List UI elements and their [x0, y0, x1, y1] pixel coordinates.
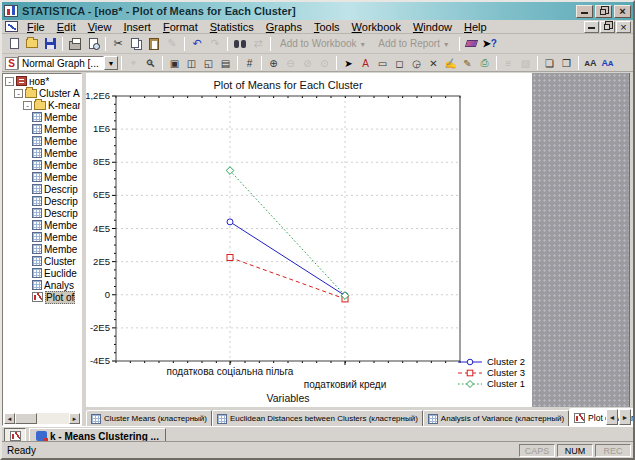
zoom-icon[interactable]: 🔍︎ [142, 56, 159, 71]
freehand-tool-icon[interactable]: ✍ [442, 56, 459, 71]
font-larger-icon[interactable]: Aᴀ [599, 56, 616, 71]
font-smaller-icon[interactable]: ᴀA [582, 56, 599, 71]
new-icon[interactable] [5, 35, 23, 52]
graph-layout-icon[interactable]: ◫ [183, 56, 200, 71]
graph-style-icon[interactable]: S [5, 57, 18, 70]
oval-tool-icon[interactable]: ◻ [391, 56, 408, 71]
menu-edit[interactable]: Edit [51, 20, 82, 34]
menu-statistics[interactable]: Statistics [204, 20, 260, 34]
expand-collapse-icon[interactable]: - [14, 89, 23, 98]
arc-tool-icon[interactable]: ◶ [408, 56, 425, 71]
save-icon[interactable] [41, 35, 59, 52]
graph-options-icon[interactable]: ▣ [166, 56, 183, 71]
tree-item-cluster-analy-1[interactable]: -Cluster Analy [4, 87, 80, 99]
tab-scroll-right-icon[interactable]: ► [619, 409, 631, 425]
paste-icon[interactable] [145, 35, 163, 52]
sheet-icon [32, 208, 42, 218]
legend-marker-icon [457, 357, 483, 367]
send-back-icon[interactable]: ❐ [558, 56, 575, 71]
chart-legend: Cluster 2 Cluster 3 Cluster 1 [457, 356, 525, 389]
rec-indicator: REC [595, 444, 631, 457]
tree-item-membe-13[interactable]: Membe [4, 231, 80, 243]
tab-analysis-of-variance-кластерный[interactable]: Analysis of Variance (кластерный) [423, 410, 569, 427]
tree-item-analys-17[interactable]: Analys [4, 279, 80, 291]
graph-icon [574, 413, 585, 423]
bring-front-icon[interactable]: ❏ [541, 56, 558, 71]
pointer-tool-icon[interactable]: ➤ [340, 56, 357, 71]
zoom-out-icon: ⊖ [282, 56, 299, 71]
find-icon[interactable] [231, 35, 249, 52]
scroll-track[interactable] [15, 413, 69, 424]
graph-type-select[interactable]: Normal Graph [... [18, 56, 104, 70]
menu-help[interactable]: Help [458, 20, 493, 34]
menu-graphs[interactable]: Graphs [260, 20, 308, 34]
menu-workbook[interactable]: Workbook [346, 20, 407, 34]
tree-item-descrip-11[interactable]: Descrip [4, 207, 80, 219]
document-icon[interactable] [5, 21, 18, 32]
menu-window[interactable]: Window [407, 20, 458, 34]
open-icon[interactable] [23, 35, 41, 52]
tree-item-label: Cluster Analy [39, 88, 80, 99]
tree-item-descrip-10[interactable]: Descrip [4, 195, 80, 207]
tree-item-label: Plot of [45, 291, 75, 304]
text-tool-icon[interactable]: A [357, 56, 374, 71]
copy-icon[interactable] [127, 35, 145, 52]
graph-toolbar: S Normal Graph [... ▼ ⌖ 🔍︎ ▣ ◫ ◱ ▤ # ⊕ ⊖… [2, 55, 633, 72]
tree-item-label: Membe [44, 172, 77, 183]
gridlines-icon[interactable]: # [241, 56, 258, 71]
sheet-icon [32, 232, 42, 242]
menu-tools[interactable]: Tools [308, 20, 346, 34]
tree-item-cluster-15[interactable]: Cluster [4, 255, 80, 267]
minimize-button[interactable] [576, 5, 593, 18]
tree-item-membe-12[interactable]: Membe [4, 219, 80, 231]
graph-type-dropdown-icon[interactable]: ▼ [104, 56, 118, 70]
undo-icon[interactable]: ↶ [188, 35, 206, 52]
scroll-right-icon[interactable]: ► [69, 413, 80, 424]
tree-item-membe-7[interactable]: Membe [4, 159, 80, 171]
menu-insert[interactable]: Insert [117, 20, 157, 34]
tree-horizontal-scrollbar[interactable]: ◄ ► [4, 413, 80, 424]
sheet-icon [32, 244, 42, 254]
rect-tool-icon[interactable]: ▭ [374, 56, 391, 71]
tab-cluster-means-кластерный[interactable]: Cluster Means (кластерный) [86, 410, 212, 427]
print-preview-icon[interactable] [84, 35, 102, 52]
expand-collapse-icon[interactable]: - [5, 77, 14, 86]
tree-item-membe-6[interactable]: Membe [4, 147, 80, 159]
scroll-left-icon[interactable]: ◄ [4, 413, 15, 424]
graph-data-icon[interactable]: ▤ [217, 56, 234, 71]
tree-item-membe-3[interactable]: Membe [4, 111, 80, 123]
mdi-minimize-button[interactable] [584, 21, 599, 33]
scroll-thumb[interactable] [15, 413, 37, 424]
tab-label: Euclidean Distances between Clusters (кл… [230, 414, 418, 423]
eraser-icon[interactable] [463, 35, 481, 52]
mdi-restore-button[interactable] [600, 21, 615, 33]
graph-prop-icon[interactable]: ◱ [200, 56, 217, 71]
zoom-in-icon[interactable]: ⊕ [265, 56, 282, 71]
tree-item-membe-14[interactable]: Membe [4, 243, 80, 255]
menu-file[interactable]: File [21, 20, 51, 34]
menu-view[interactable]: View [82, 20, 118, 34]
tab-scroll-left-icon[interactable]: ◄ [606, 409, 618, 425]
cut-icon[interactable]: ✂ [109, 35, 127, 52]
tree-item-k-means-c-2[interactable]: -K-means c [4, 99, 80, 111]
sheet-icon [32, 268, 42, 278]
polyline-tool-icon[interactable]: ✕ [425, 56, 442, 71]
mdi-close-button[interactable]: × [616, 21, 631, 33]
tab-euclidean-distances-between-clusters-кластерный[interactable]: Euclidean Distances between Clusters (кл… [212, 410, 423, 427]
tree-item-нов-0[interactable]: -нов* [4, 75, 80, 87]
menu-format[interactable]: Format [157, 20, 204, 34]
tree-item-membe-5[interactable]: Membe [4, 135, 80, 147]
close-button[interactable]: × [614, 5, 631, 18]
tree-item-euclide-16[interactable]: Euclide [4, 267, 80, 279]
add-to-workbook-button: Add to Workbook ▼ [274, 38, 372, 49]
tree-item-membe-8[interactable]: Membe [4, 171, 80, 183]
pencil-tool-icon[interactable]: ✎ [459, 56, 476, 71]
tree-item-membe-4[interactable]: Membe [4, 123, 80, 135]
expand-collapse-icon[interactable]: - [23, 101, 32, 110]
print-icon[interactable] [66, 35, 84, 52]
restore-button[interactable] [595, 5, 612, 18]
insert-object-icon[interactable]: ⎙ [476, 56, 493, 71]
context-help-icon[interactable]: ➤? [481, 35, 499, 52]
tree-item-descrip-9[interactable]: Descrip [4, 183, 80, 195]
tree-item-plot-of-18[interactable]: Plot of [4, 291, 80, 303]
